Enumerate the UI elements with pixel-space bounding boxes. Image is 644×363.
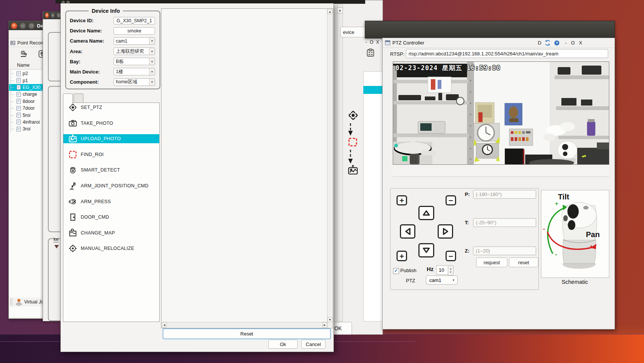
scroll-down-icon[interactable]: ▼ — [327, 317, 332, 322]
tree-row-label: p2 — [23, 71, 28, 76]
chevron-down-icon[interactable]: ▼ — [149, 58, 155, 65]
reset-button[interactable]: Reset — [163, 328, 331, 339]
chevron-down-icon[interactable]: ▼ — [149, 38, 155, 44]
device-field-control[interactable]: 1楼▼ — [114, 68, 155, 75]
phase-item[interactable]: FIND_ROI — [63, 150, 159, 159]
titlebar-controls: D ? - O X — [538, 40, 584, 46]
tree-row-label: charge — [23, 92, 37, 97]
device-field-combo[interactable]: 1楼▼ — [114, 68, 155, 75]
focus-in-button[interactable]: + — [397, 251, 407, 261]
device-field-row: Area: 上海联想研究▼ — [70, 47, 156, 55]
selected-row-fragment[interactable] — [363, 86, 382, 94]
video-frame[interactable] — [393, 61, 609, 165]
device-field-control[interactable]: 上海联想研究▼ — [114, 47, 155, 55]
find-roi-node[interactable] — [347, 137, 358, 147]
ok-button[interactable]: Ok — [268, 340, 298, 349]
window-controls[interactable]: - O X — [565, 40, 584, 46]
device-field-control[interactable]: cam1▼ — [114, 37, 155, 45]
ptz-reset-button[interactable]: reset — [509, 257, 538, 267]
toolbar-icon[interactable] — [507, 166, 516, 175]
scrollbar-track[interactable] — [337, 4, 343, 322]
tab[interactable] — [74, 93, 83, 103]
canvas-vertical-scrollbar[interactable]: ▲ ▼ — [327, 9, 332, 328]
toolbar-icon[interactable] — [533, 166, 542, 175]
maximize-button[interactable]: □ — [28, 23, 35, 29]
svg-text:?: ? — [556, 41, 558, 45]
device-field-input[interactable] — [114, 27, 155, 35]
tab[interactable] — [63, 93, 73, 104]
pan-right-button[interactable] — [438, 224, 453, 239]
window-controls[interactable]: - O X — [366, 40, 383, 45]
zoom-in-button[interactable]: + — [397, 195, 407, 205]
phase-item[interactable]: TAKE_PHOTO — [63, 119, 159, 128]
device-field-combo[interactable]: cam1▼ — [114, 37, 155, 45]
phase-item[interactable]: ARM_PRESS — [63, 197, 159, 206]
chevron-down-icon[interactable]: ▼ — [149, 68, 155, 75]
partial-device-button[interactable]: evice — [340, 27, 367, 37]
set-ptz-node[interactable] — [347, 110, 359, 121]
phase-item[interactable]: ARM_JOINT_POSITION_CMD — [63, 181, 159, 190]
device-field-label: Device Name: — [70, 28, 114, 34]
hz-value[interactable]: 10 — [436, 265, 448, 275]
device-field-input[interactable] — [114, 17, 155, 25]
window-titlebar[interactable]: PTZ Controller D ? - O X — [383, 38, 615, 48]
chevron-down-icon[interactable]: ▼ — [149, 48, 155, 55]
chevron-down-icon[interactable]: ▼ — [149, 79, 155, 86]
cancel-button[interactable]: Cancel — [301, 340, 326, 349]
rtsp-row: RTSP: — [383, 49, 615, 59]
scroll-up-icon[interactable]: ▲ — [337, 7, 343, 14]
toolbar-icon[interactable] — [430, 166, 440, 175]
device-field-combo[interactable]: 上海联想研究▼ — [114, 47, 155, 55]
video-toolbar — [393, 165, 609, 177]
toolbar-icon[interactable] — [456, 166, 465, 175]
phase-item[interactable]: DOOR_CMD — [63, 213, 159, 222]
tilt-up-button[interactable] — [418, 206, 434, 220]
detach-button[interactable]: D — [538, 40, 541, 46]
device-field-control[interactable]: B栋▼ — [114, 58, 155, 65]
device-field-combo[interactable]: home区域▼ — [114, 78, 155, 86]
scroll-left-icon[interactable]: ◄ — [162, 322, 167, 328]
ptz-field-input[interactable] — [473, 190, 536, 199]
clipped-combobox[interactable]: ke — [54, 237, 58, 242]
camera-select-value: cam1 — [429, 277, 441, 283]
pan-left-button[interactable] — [400, 224, 415, 239]
rtsp-input[interactable] — [406, 49, 608, 58]
partial-device-button-label: evice — [343, 29, 354, 35]
combobox-arrow-icon[interactable] — [54, 245, 59, 251]
gear-icon[interactable] — [19, 49, 28, 58]
publish-checkbox[interactable]: ✓ — [393, 268, 399, 274]
drag-handle[interactable] — [10, 298, 13, 306]
close-button[interactable]: × — [11, 23, 17, 29]
toolbar-icon[interactable] — [405, 166, 414, 175]
phase-item[interactable]: SET_PTZ — [63, 103, 159, 112]
scroll-right-icon[interactable]: ► — [322, 322, 327, 328]
zoom-out-button[interactable]: − — [446, 195, 456, 205]
device-field-control[interactable] — [114, 17, 155, 25]
device-field-control[interactable]: home区域▼ — [114, 78, 155, 86]
phase-icon — [68, 165, 77, 175]
canvas-horizontal-scrollbar[interactable]: ◄ ► — [162, 322, 327, 328]
refresh-icon[interactable] — [544, 40, 551, 46]
focus-out-button[interactable]: − — [446, 251, 456, 261]
upload-photo-node[interactable] — [347, 165, 358, 176]
spinner-arrows-icon[interactable]: ▲▼ — [448, 265, 453, 276]
scroll-up-icon[interactable]: ▲ — [327, 9, 332, 14]
minimize-button[interactable]: – — [20, 23, 26, 29]
ptz-field-input[interactable] — [473, 247, 536, 255]
phase-item[interactable]: SMART_DETECT — [63, 165, 159, 175]
phase-item[interactable]: MANUAL_RELOCALIZE — [63, 244, 159, 253]
device-field-combo[interactable]: B栋▼ — [114, 58, 155, 65]
hz-spinner[interactable]: 10 ▲▼ — [436, 265, 453, 275]
toolbar-icon[interactable] — [482, 166, 491, 175]
ptz-field-input[interactable] — [473, 218, 536, 227]
dialog-titlebar-clipped[interactable] — [55, 0, 365, 3]
device-field-control[interactable] — [114, 27, 155, 35]
flow-canvas[interactable]: ▲ ▼ ◄ ► — [161, 8, 333, 328]
phase-item[interactable]: CHANGE_MAP — [63, 228, 159, 237]
help-icon[interactable]: ? — [554, 40, 560, 46]
ptz-camera-select[interactable]: cam1 ▼ — [426, 276, 458, 285]
request-button[interactable]: request — [476, 257, 507, 267]
phase-item[interactable]: UPLOAD_PHOTO — [63, 134, 159, 143]
tilt-down-button[interactable] — [418, 243, 434, 257]
task-list-icon[interactable] — [366, 48, 375, 58]
